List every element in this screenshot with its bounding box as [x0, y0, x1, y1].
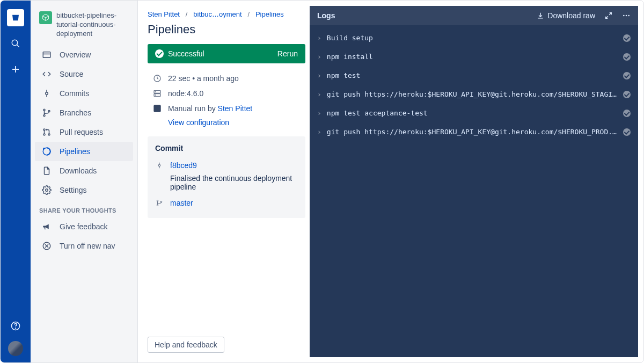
- nav-pipelines[interactable]: Pipelines: [35, 142, 133, 161]
- meta-image: node:4.6.0: [148, 86, 305, 101]
- svg-point-16: [48, 134, 50, 135]
- global-nav: [1, 1, 31, 362]
- svg-point-11: [43, 109, 45, 111]
- repo-header[interactable]: bitbucket-pipelines-tutorial-continuous-…: [35, 9, 133, 45]
- more-button[interactable]: [622, 11, 631, 20]
- source-icon: [41, 69, 52, 79]
- svg-point-32: [157, 205, 158, 206]
- clock-icon: [153, 74, 162, 83]
- repo-title: bitbucket-pipelines-tutorial-continuous-…: [56, 11, 129, 39]
- commit-hash-link[interactable]: f8bced9: [170, 161, 197, 170]
- sidebar: bitbucket-pipelines-tutorial-continuous-…: [31, 1, 138, 362]
- nav-turn-off-nav[interactable]: Turn off new nav: [35, 236, 133, 256]
- nav-branches[interactable]: Branches: [35, 103, 133, 122]
- view-configuration-link[interactable]: View configuration: [148, 116, 305, 129]
- svg-line-1: [17, 45, 19, 47]
- close-circle-icon: [41, 241, 52, 251]
- download-icon: [537, 12, 544, 19]
- settings-icon: [41, 185, 52, 195]
- page-title: Pipelines: [148, 23, 305, 37]
- nav-pull-requests[interactable]: Pull requests: [35, 122, 133, 142]
- chevron-right-icon[interactable]: ›: [317, 53, 321, 61]
- help-icon: [10, 321, 21, 331]
- rerun-button[interactable]: Rerun: [277, 49, 298, 58]
- expand-button[interactable]: [605, 12, 612, 19]
- nav-overview[interactable]: Overview: [35, 45, 133, 64]
- svg-point-0: [12, 40, 18, 46]
- branch-link[interactable]: master: [170, 199, 193, 207]
- check-icon: [623, 72, 631, 79]
- log-body: ›Build setup ›npm install ›npm test ›git…: [310, 25, 638, 144]
- check-icon: [623, 110, 631, 117]
- downloads-icon: [41, 165, 52, 176]
- download-raw-button[interactable]: Download raw: [537, 11, 595, 20]
- nav-label: Source: [60, 70, 83, 78]
- log-line[interactable]: ›git push https://heroku:$HEROKU_API_KEY…: [316, 85, 632, 104]
- help-button[interactable]: [5, 315, 26, 337]
- nav-label: Turn off new nav: [60, 242, 115, 250]
- svg-point-5: [16, 328, 16, 329]
- log-line[interactable]: ›npm test: [316, 66, 632, 85]
- check-icon: [623, 34, 631, 42]
- pipelines-icon: [41, 146, 52, 157]
- docker-image: node:4.6.0: [168, 89, 203, 98]
- nav-settings[interactable]: Settings: [35, 180, 133, 200]
- check-icon: [623, 53, 631, 61]
- breadcrumb-separator: /: [247, 10, 250, 18]
- breadcrumb-owner[interactable]: Sten Pittet: [148, 10, 180, 18]
- nav-label: Overview: [60, 50, 91, 59]
- pull-requests-icon: [41, 127, 52, 137]
- branches-icon: [41, 107, 52, 118]
- breadcrumb-section[interactable]: Pipelines: [255, 10, 284, 18]
- svg-point-12: [43, 114, 45, 116]
- log-line[interactable]: ›npm test acceptance-test: [316, 104, 632, 122]
- svg-point-40: [628, 15, 630, 17]
- breadcrumb: Sten Pittet / bitbuc…oyment / Pipelines: [148, 10, 305, 18]
- search-button[interactable]: [5, 33, 26, 54]
- svg-point-14: [43, 129, 45, 130]
- overview-icon: [41, 49, 52, 60]
- svg-point-28: [158, 164, 160, 166]
- server-icon: [153, 89, 162, 98]
- nav-give-feedback[interactable]: Give feedback: [35, 217, 133, 236]
- plus-icon: [11, 64, 20, 74]
- megaphone-icon: [41, 221, 52, 232]
- details-column: Sten Pittet / bitbuc…oyment / Pipelines …: [138, 1, 310, 362]
- trigger-user-link[interactable]: Sten Pittet: [218, 104, 253, 113]
- commit-icon: [155, 161, 164, 170]
- create-button[interactable]: [5, 59, 26, 80]
- chevron-right-icon[interactable]: ›: [317, 90, 321, 98]
- user-avatar-icon: [153, 104, 162, 113]
- svg-point-39: [626, 15, 627, 17]
- svg-point-31: [157, 200, 158, 201]
- nav-label: Downloads: [60, 166, 97, 175]
- log-line[interactable]: ›npm install: [316, 47, 632, 66]
- log-line[interactable]: ›git push https://heroku:$HEROKU_API_KEY…: [316, 122, 632, 141]
- user-avatar[interactable]: [8, 341, 23, 356]
- chevron-right-icon[interactable]: ›: [317, 128, 321, 136]
- log-line[interactable]: ›Build setup: [316, 28, 632, 47]
- bitbucket-logo-icon: [7, 9, 24, 26]
- chevron-right-icon[interactable]: ›: [317, 71, 321, 79]
- svg-point-25: [155, 92, 156, 92]
- chevron-right-icon[interactable]: ›: [317, 34, 321, 42]
- breadcrumb-repo[interactable]: bitbuc…oyment: [193, 10, 241, 18]
- svg-rect-6: [43, 52, 50, 57]
- nav-label: Pipelines: [60, 147, 90, 156]
- svg-point-18: [46, 188, 48, 191]
- logs-title: Logs: [317, 11, 335, 20]
- share-thoughts-heading: SHARE YOUR THOUGHTS: [35, 200, 133, 217]
- nav-source[interactable]: Source: [35, 64, 133, 84]
- nav-downloads[interactable]: Downloads: [35, 161, 133, 180]
- status-bar: Successful Rerun: [148, 44, 305, 63]
- commit-message: Finalised the continuous deployment pipe…: [155, 173, 298, 195]
- nav-commits[interactable]: Commits: [35, 84, 133, 103]
- nav-label: Branches: [60, 108, 91, 117]
- chevron-right-icon[interactable]: ›: [317, 109, 321, 117]
- branch-icon: [155, 199, 164, 207]
- svg-rect-27: [153, 105, 160, 112]
- svg-point-13: [48, 110, 50, 112]
- help-feedback-button[interactable]: Help and feedback: [148, 337, 224, 353]
- nav-label: Pull requests: [60, 128, 103, 136]
- bitbucket-logo-button[interactable]: [5, 7, 26, 28]
